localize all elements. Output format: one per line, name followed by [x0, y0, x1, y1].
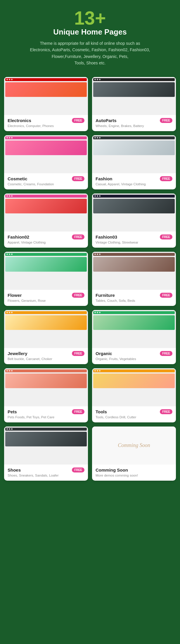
card-info-cosmetic: Cosmetic FREE Cosmetic, Creams, Foundati…	[4, 173, 88, 189]
card-info-organic: Organic FREE Organic, Fruits, Vegetables	[92, 348, 176, 364]
card-desc-furniture: Tables, Couch, Sofa, Beds	[96, 299, 172, 302]
card-fashion[interactable]: Fashion FREE Casual, Apparel, Vintage Cl…	[92, 135, 176, 189]
mock-nav-tools	[93, 369, 175, 372]
card-shoes[interactable]: Shoes FREE Shoes, Sneakers, Sandals, Loa…	[4, 427, 88, 481]
card-name-comingsoon: Comming Soon	[96, 467, 128, 472]
preview-comingsoon: Comming Soon	[92, 427, 176, 465]
card-jewellery[interactable]: Jewellery FREE Belt buckle, Carcanet, Ch…	[4, 310, 88, 364]
mock-hero-cosmetic	[5, 141, 87, 155]
card-title-row-jewellery: Jewellery FREE	[8, 351, 84, 356]
page-title: Unique Home Pages	[6, 28, 174, 37]
mock-nav-autoparts	[93, 78, 175, 81]
card-info-fashion03: Fashion03 FREE Vintage Clothing, Streetw…	[92, 232, 176, 248]
preview-tools	[92, 368, 176, 406]
card-autoparts[interactable]: AutoParts FREE Wheels, Engine, Brakes, B…	[92, 77, 176, 131]
card-fashion03[interactable]: Fashion03 FREE Vintage Clothing, Streetw…	[92, 193, 176, 248]
card-desc-pets: Pets Foods, Pet Toys, Pet Care	[8, 415, 84, 419]
free-badge-pets: FREE	[72, 409, 84, 414]
preview-pets	[4, 368, 88, 406]
card-flower[interactable]: Flower FREE Flowers, Geranium, Rose	[4, 252, 88, 306]
free-badge-autoparts: FREE	[160, 118, 172, 123]
card-info-flower: Flower FREE Flowers, Geranium, Rose	[4, 290, 88, 306]
card-tools[interactable]: Tools FREE Tools, Cordless Drill, Cutter	[92, 368, 176, 422]
card-desc-jewellery: Belt buckle, Carcanet, Choker	[8, 357, 84, 361]
card-desc-organic: Organic, Fruits, Vegetables	[96, 357, 172, 361]
free-badge-tools: FREE	[160, 409, 172, 414]
card-title-row-fashion03: Fashion03 FREE	[96, 234, 172, 239]
mock-hero-shoes	[5, 432, 87, 446]
preview-shoes	[4, 427, 88, 465]
card-title-row-comingsoon: Comming Soon	[96, 467, 172, 472]
card-title-row-pets: Pets FREE	[8, 409, 84, 414]
mock-hero-tools	[93, 374, 175, 388]
free-badge-jewellery: FREE	[72, 351, 84, 356]
card-furniture[interactable]: Furniture FREE Tables, Couch, Sofa, Beds	[92, 252, 176, 306]
card-fashion02[interactable]: Fashion02 FREE Apparel, Vintage Clothing	[4, 193, 88, 248]
card-cosmetic[interactable]: Cosmetic FREE Cosmetic, Creams, Foundati…	[4, 135, 88, 189]
card-name-shoes: Shoes	[8, 467, 21, 472]
card-name-cosmetic: Cosmetic	[8, 176, 27, 181]
card-title-row-electronics: Electronics FREE	[8, 118, 84, 123]
card-electronics[interactable]: Electronics FREE Electronics, Computer, …	[4, 77, 88, 131]
mock-nav-jewellery	[5, 311, 87, 314]
mock-nav-cosmetic	[5, 136, 87, 139]
preview-flower	[4, 252, 88, 290]
mock-nav-furniture	[93, 253, 175, 256]
mock-hero-fashion	[93, 141, 175, 155]
card-name-jewellery: Jewellery	[8, 351, 27, 356]
card-info-comingsoon: Comming Soon More demos comming soon!	[92, 465, 176, 481]
preview-cosmetic	[4, 135, 88, 173]
comingsoon-text: Comming Soon	[118, 442, 150, 448]
card-title-row-shoes: Shoes FREE	[8, 467, 84, 472]
mock-nav-shoes	[5, 428, 87, 431]
preview-fashion02	[4, 193, 88, 232]
card-comingsoon[interactable]: Comming Soon Comming Soon More demos com…	[92, 427, 176, 481]
card-desc-fashion03: Vintage Clothing, Streetwear	[96, 241, 172, 244]
mock-hero-fashion03	[93, 199, 175, 213]
card-title-row-tools: Tools FREE	[96, 409, 172, 414]
free-badge-fashion03: FREE	[160, 234, 172, 239]
free-badge-furniture: FREE	[160, 293, 172, 298]
mock-nav-fashion	[93, 136, 175, 139]
card-info-autoparts: AutoParts FREE Wheels, Engine, Brakes, B…	[92, 115, 176, 131]
card-name-tools: Tools	[96, 409, 107, 414]
card-organic[interactable]: Organic FREE Organic, Fruits, Vegetables	[92, 310, 176, 364]
mock-hero-pets	[5, 374, 87, 388]
preview-autoparts	[92, 77, 176, 115]
card-name-furniture: Furniture	[96, 293, 115, 298]
card-info-jewellery: Jewellery FREE Belt buckle, Carcanet, Ch…	[4, 348, 88, 364]
mock-hero-flower	[5, 257, 87, 272]
card-name-pets: Pets	[8, 409, 17, 414]
preview-organic	[92, 310, 176, 348]
preview-furniture	[92, 252, 176, 290]
card-desc-fashion02: Apparel, Vintage Clothing	[8, 241, 84, 244]
preview-fashion03	[92, 193, 176, 232]
card-desc-flower: Flowers, Geranium, Rose	[8, 299, 84, 302]
mock-nav-fashion03	[93, 195, 175, 198]
card-info-shoes: Shoes FREE Shoes, Sneakers, Sandals, Loa…	[4, 465, 88, 481]
mock-hero-organic	[93, 315, 175, 330]
card-desc-electronics: Electronics, Computer, Phones	[8, 124, 84, 128]
card-pets[interactable]: Pets FREE Pets Foods, Pet Toys, Pet Care	[4, 368, 88, 422]
card-title-row-flower: Flower FREE	[8, 293, 84, 298]
page-header: 13+ Unique Home Pages Theme is appropria…	[0, 0, 180, 72]
card-title-row-cosmetic: Cosmetic FREE	[8, 176, 84, 181]
mock-nav-organic	[93, 311, 175, 314]
card-name-organic: Organic	[96, 351, 112, 356]
free-badge-cosmetic: FREE	[72, 176, 84, 181]
card-desc-autoparts: Wheels, Engine, Brakes, Battery	[96, 124, 172, 128]
mock-hero-jewellery	[5, 315, 87, 330]
card-info-pets: Pets FREE Pets Foods, Pet Toys, Pet Care	[4, 406, 88, 422]
mock-hero-autoparts	[93, 82, 175, 97]
mock-hero-fashion02	[5, 199, 87, 213]
card-desc-comingsoon: More demos comming soon!	[96, 474, 172, 477]
card-title-row-fashion: Fashion FREE	[96, 176, 172, 181]
card-name-electronics: Electronics	[8, 118, 31, 123]
card-desc-tools: Tools, Cordless Drill, Cutter	[96, 415, 172, 419]
mock-nav-pets	[5, 369, 87, 372]
card-desc-shoes: Shoes, Sneakers, Sandals, Loafer	[8, 474, 84, 477]
free-badge-fashion: FREE	[160, 176, 172, 181]
card-name-flower: Flower	[8, 293, 22, 298]
free-badge-electronics: FREE	[72, 118, 84, 123]
card-desc-fashion: Casual, Apparel, Vintage Clothing	[96, 182, 172, 186]
